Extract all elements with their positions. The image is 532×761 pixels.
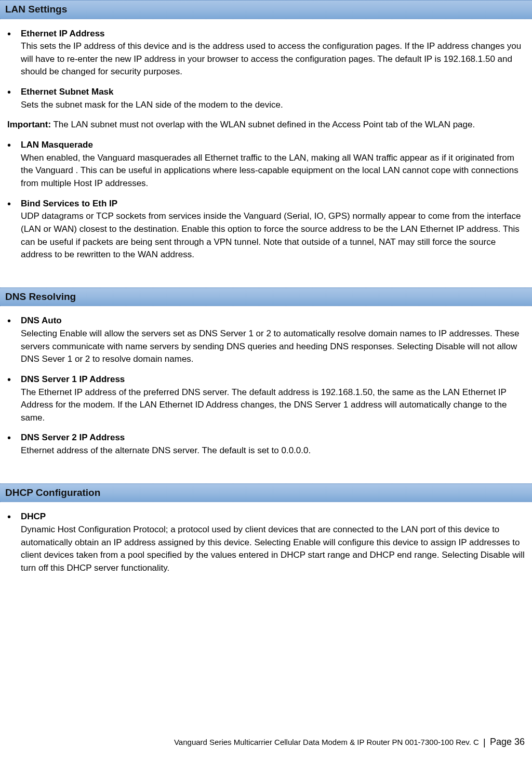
item-description: Sets the subnet mask for the LAN side of… <box>21 99 527 112</box>
list-item: Ethernet Subnet Mask Sets the subnet mas… <box>15 86 527 111</box>
list-item: DNS Server 2 IP Address Ethernet address… <box>15 431 527 457</box>
list-item: DNS Auto Selecting Enable will allow the… <box>15 314 527 366</box>
item-description: UDP datagrams or TCP sockets from servic… <box>21 210 527 261</box>
item-title: Ethernet IP Address <box>21 28 527 41</box>
important-label: Important: <box>7 120 51 129</box>
item-description: This sets the IP address of this device … <box>21 40 527 78</box>
list-item: Bind Services to Eth IP UDP datagrams or… <box>15 198 527 261</box>
item-title: DNS Auto <box>21 314 527 327</box>
list-item: LAN Masquerade When enabled, the Vanguar… <box>15 139 527 190</box>
list-item: DNS Server 1 IP Address The Ethernet IP … <box>15 373 527 425</box>
list-item: Ethernet IP Address This sets the IP add… <box>15 28 527 79</box>
list-item: DHCP Dynamic Host Configuration Protocol… <box>15 510 527 574</box>
item-description: When enabled, the Vanguard masquerades a… <box>21 152 527 190</box>
item-title: DHCP <box>21 510 527 523</box>
important-text: The LAN subnet must not overlap with the… <box>51 120 475 129</box>
item-title: Ethernet Subnet Mask <box>21 86 527 99</box>
item-description: Selecting Enable will allow the servers … <box>21 327 527 366</box>
section-content: DHCP Dynamic Host Configuration Protocol… <box>0 502 532 574</box>
section-header: DNS Resolving <box>0 287 532 307</box>
item-title: DNS Server 2 IP Address <box>21 431 527 444</box>
section-header: DHCP Configuration <box>0 483 532 503</box>
item-title: LAN Masquerade <box>21 139 527 152</box>
section-lan-settings: LAN Settings Ethernet IP Address This se… <box>0 0 532 261</box>
section-content: DNS Auto Selecting Enable will allow the… <box>0 306 532 457</box>
section-content: Ethernet IP Address This sets the IP add… <box>0 19 532 261</box>
item-description: The Ethernet IP address of the preferred… <box>21 386 527 425</box>
item-title: Bind Services to Eth IP <box>21 198 527 211</box>
important-note: Important: The LAN subnet must not overl… <box>7 119 527 132</box>
item-title: DNS Server 1 IP Address <box>21 373 527 386</box>
item-description: Dynamic Host Configuration Protocol; a p… <box>21 523 527 575</box>
item-description: Ethernet address of the alternate DNS se… <box>21 444 527 457</box>
section-dns-resolving: DNS Resolving DNS Auto Selecting Enable … <box>0 287 532 457</box>
section-header: LAN Settings <box>0 0 532 19</box>
section-dhcp-configuration: DHCP Configuration DHCP Dynamic Host Con… <box>0 483 532 575</box>
